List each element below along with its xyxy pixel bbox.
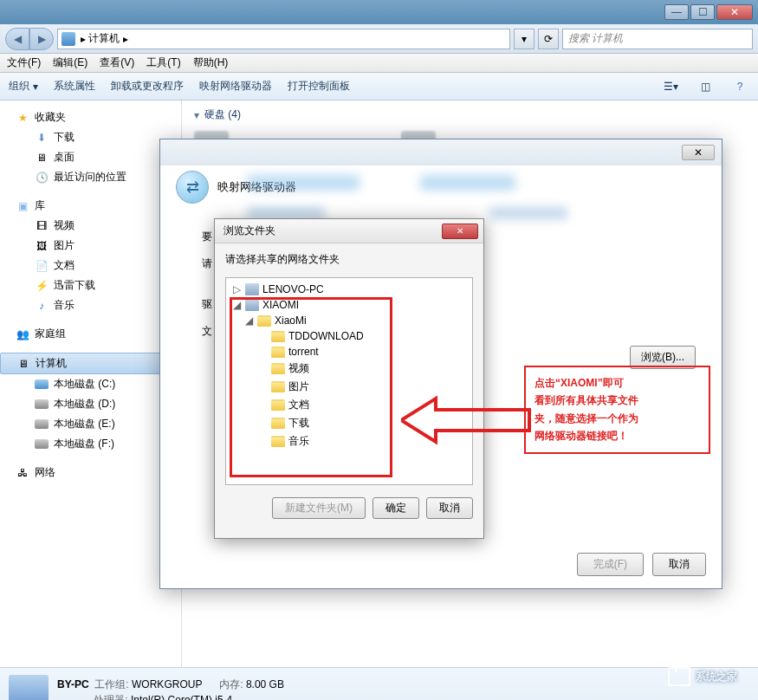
nav-drive-c[interactable]: 本地磁盘 (C:) [0, 374, 181, 394]
tree-node-xiaomi[interactable]: ◢XIAOMI [226, 297, 472, 313]
nav-recent[interactable]: 🕓最近访问的位置 [0, 167, 181, 187]
favorites-header[interactable]: ★收藏夹 [0, 107, 181, 127]
dialog-close-button[interactable]: ✕ [682, 145, 715, 160]
tree-node-tddownload[interactable]: TDDOWNLOAD [226, 328, 472, 344]
address-dropdown-button[interactable]: ▾ [514, 29, 534, 49]
view-options-button[interactable]: ☰▾ [661, 79, 680, 94]
homegroup-header[interactable]: 👥家庭组 [0, 324, 181, 344]
expand-icon[interactable]: ▷ [231, 283, 242, 295]
ok-button[interactable]: 确定 [373, 497, 419, 519]
open-control-panel-button[interactable]: 打开控制面板 [288, 79, 350, 94]
network-label: 网络 [35, 465, 55, 480]
nav-pictures[interactable]: 🖼图片 [0, 236, 181, 256]
annotation-arrow-icon [401, 394, 531, 446]
drive-icon [35, 439, 49, 449]
cpu-value: Intel(R) Core(TM) i5-4 [131, 694, 232, 701]
menu-help[interactable]: 帮助(H) [193, 55, 229, 70]
organize-label: 组织 [9, 79, 29, 94]
breadcrumb-arrow: ▸ [123, 33, 128, 45]
tree-node-xiaomi-share[interactable]: ◢XiaoMi [226, 313, 472, 328]
menu-file[interactable]: 文件(F) [7, 55, 41, 70]
picture-icon: 🖼 [35, 239, 49, 253]
menu-view[interactable]: 查看(V) [100, 55, 134, 70]
tree-node-lenovo[interactable]: ▷LENOVO-PC [226, 282, 472, 297]
hard-disks-label: 硬盘 (4) [204, 107, 241, 122]
nav-item-label: 图片 [54, 238, 75, 253]
nav-item-label: 视频 [54, 218, 75, 233]
nav-thunder[interactable]: ⚡迅雷下载 [0, 275, 181, 295]
search-input[interactable]: 搜索 计算机 [562, 29, 753, 49]
folder-icon [271, 381, 285, 392]
drive-icon [35, 419, 49, 429]
nav-videos[interactable]: 🎞视频 [0, 216, 181, 236]
drive-icon [35, 379, 49, 389]
details-pane: BY-PC 工作组: WORKGROUP 内存: 8.00 GB BY-PC 处… [0, 667, 758, 700]
folder-icon [271, 436, 285, 447]
address-box[interactable]: ▸ 计算机 ▸ [57, 29, 510, 49]
browse-close-button[interactable]: ✕ [442, 224, 478, 239]
folder-tree[interactable]: ▷LENOVO-PC ◢XIAOMI ◢XiaoMi TDDOWNLOAD to… [225, 277, 473, 485]
nav-item-label: 文档 [54, 258, 75, 273]
memory-label: 内存: [219, 678, 243, 690]
node-label: torrent [288, 346, 319, 358]
cancel-button[interactable]: 取消 [652, 553, 706, 576]
network-header[interactable]: 🖧网络 [0, 463, 181, 483]
preview-pane-button[interactable]: ◫ [696, 79, 715, 94]
desktop-icon: 🖥 [35, 151, 49, 165]
browse-title-bar: 浏览文件夹 ✕ [215, 219, 483, 243]
close-button[interactable]: ✕ [716, 4, 753, 20]
computer-icon: 🖥 [16, 357, 30, 371]
computer-header[interactable]: 🖥计算机 [0, 353, 181, 374]
nav-item-label: 本地磁盘 (F:) [54, 437, 114, 451]
nav-documents[interactable]: 📄文档 [0, 256, 181, 275]
network-icon: 🖧 [16, 466, 29, 480]
tree-node-torrent[interactable]: torrent [226, 344, 472, 360]
watermark-icon [668, 667, 690, 686]
folder-icon [271, 399, 285, 411]
tree-node-videos[interactable]: 视频 [226, 360, 472, 378]
libraries-header[interactable]: ▣库 [0, 196, 181, 216]
system-properties-button[interactable]: 系统属性 [54, 79, 95, 94]
refresh-button[interactable]: ⟳ [538, 29, 559, 49]
nav-back-button[interactable]: ◀ [5, 28, 29, 50]
minimize-button[interactable]: — [664, 4, 689, 20]
nav-music[interactable]: ♪音乐 [0, 295, 181, 315]
dialog-titlebar: ✕ [160, 139, 722, 165]
computer-icon [245, 283, 259, 295]
nav-forward-button[interactable]: ▶ [29, 28, 54, 50]
collapse-icon[interactable]: ◢ [231, 299, 242, 311]
nav-downloads[interactable]: ⬇下载 [0, 127, 181, 147]
maximize-button[interactable]: ☐ [690, 4, 715, 20]
document-icon: 📄 [35, 259, 49, 273]
collapse-icon[interactable]: ◢ [243, 314, 254, 327]
star-icon: ★ [16, 111, 29, 125]
organize-button[interactable]: 组织 ▾ [9, 79, 38, 94]
nav-drive-e[interactable]: 本地磁盘 (E:) [0, 414, 181, 434]
annotation-line: 夹，随意选择一个作为 [534, 410, 700, 427]
cpu-label: 处理器: [94, 694, 127, 701]
breadcrumb-computer[interactable]: 计算机 [88, 31, 120, 46]
map-network-drive-button[interactable]: 映射网络驱动器 [199, 79, 272, 94]
nav-item-label: 本地磁盘 (D:) [54, 397, 115, 412]
menu-edit[interactable]: 编辑(E) [53, 55, 87, 70]
nav-item-label: 桌面 [54, 150, 75, 165]
drive-icon [35, 399, 49, 409]
tree-node-pictures[interactable]: 图片 [226, 378, 472, 396]
computer-large-icon [9, 675, 49, 701]
collapse-icon: ▾ [194, 109, 199, 121]
help-button[interactable]: ? [730, 79, 749, 94]
computer-icon [62, 32, 75, 46]
nav-desktop[interactable]: 🖥桌面 [0, 147, 181, 167]
breadcrumb-arrow: ▸ [81, 33, 86, 45]
menu-tools[interactable]: 工具(T) [146, 55, 180, 70]
recent-icon: 🕓 [35, 171, 49, 185]
cancel-button[interactable]: 取消 [426, 497, 473, 519]
browse-folder-dialog: 浏览文件夹 ✕ 请选择共享的网络文件夹 ▷LENOVO-PC ◢XIAOMI ◢… [214, 218, 484, 539]
node-label: 下载 [288, 416, 309, 431]
nav-drive-d[interactable]: 本地磁盘 (D:) [0, 394, 181, 414]
homegroup-label: 家庭组 [35, 327, 66, 341]
nav-drive-f[interactable]: 本地磁盘 (F:) [0, 434, 181, 454]
uninstall-program-button[interactable]: 卸载或更改程序 [111, 79, 184, 94]
watermark: 系统之家 [668, 667, 737, 686]
hard-disks-header[interactable]: ▾ 硬盘 (4) [194, 107, 746, 122]
